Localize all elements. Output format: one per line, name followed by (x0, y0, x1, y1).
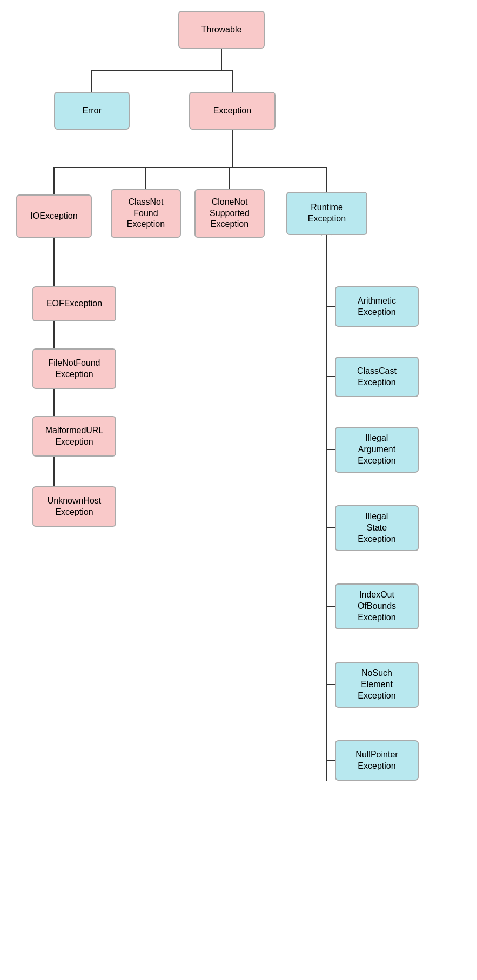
node-classnotfound: ClassNotFoundException (111, 189, 181, 238)
node-malformedurl: MalformedURLException (32, 416, 116, 457)
node-throwable: Throwable (178, 11, 265, 49)
node-illegalargument: IllegalArgumentException (335, 427, 419, 473)
node-nosuchelement: NoSuchElementException (335, 662, 419, 708)
node-clonenotsupported: CloneNotSupportedException (194, 189, 265, 238)
node-indexoutofbounds: IndexOutOfBoundsException (335, 583, 419, 629)
node-classcast: ClassCastException (335, 357, 419, 397)
node-runtimeexception: RuntimeException (286, 192, 367, 235)
node-filenotfound: FileNotFoundException (32, 348, 116, 389)
node-arithmetic: ArithmeticException (335, 286, 419, 327)
node-error: Error (54, 92, 130, 130)
class-hierarchy-diagram: Throwable Error Exception IOException Cl… (0, 0, 477, 980)
node-unknownhost: UnknownHostException (32, 486, 116, 527)
node-illegalstate: IllegalStateException (335, 505, 419, 551)
node-nullpointer: NullPointerException (335, 740, 419, 781)
node-exception: Exception (189, 92, 276, 130)
node-ioexception: IOException (16, 194, 92, 238)
node-eofexception: EOFException (32, 286, 116, 321)
